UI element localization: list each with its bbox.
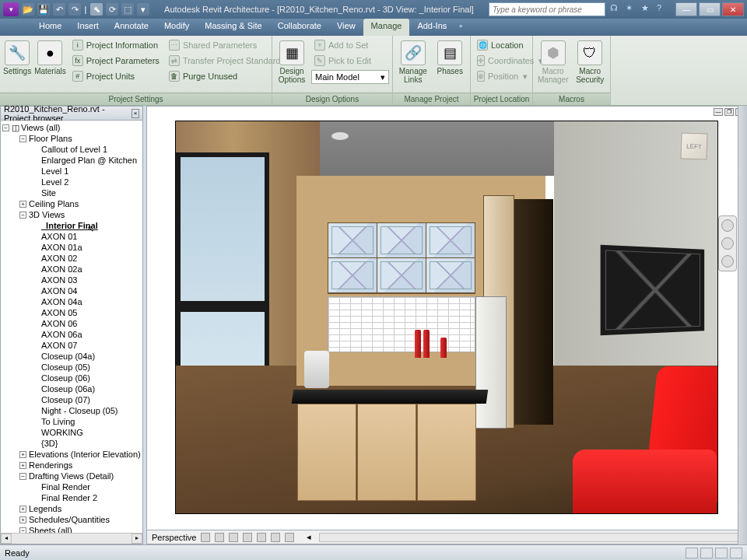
tree-item[interactable]: AXON 02 bbox=[1, 253, 142, 264]
tree-item[interactable]: {3D} bbox=[1, 438, 142, 449]
expand-icon[interactable]: + bbox=[19, 516, 26, 523]
tree-item[interactable]: AXON 03 bbox=[1, 275, 142, 285]
tree-item[interactable]: WORKING bbox=[1, 427, 142, 438]
view-scrolltrack[interactable] bbox=[319, 533, 738, 542]
scroll-left-icon[interactable]: ◂ bbox=[307, 532, 311, 542]
filter-icon[interactable] bbox=[715, 548, 728, 558]
tree-item[interactable]: Callout of Level 1 bbox=[1, 144, 142, 155]
scroll-right-icon[interactable]: ▸ bbox=[132, 534, 142, 544]
tree-item[interactable]: Closeup (04a) bbox=[1, 351, 142, 362]
tree-item[interactable]: Level 2 bbox=[1, 177, 142, 187]
tab-insert[interactable]: Insert bbox=[69, 19, 107, 36]
macro-manager-button[interactable]: ⬢Macro Manager bbox=[536, 37, 570, 90]
position-button[interactable]: ⊕Position▾ bbox=[474, 68, 529, 84]
tree-item[interactable]: Closeup (06) bbox=[1, 373, 142, 383]
tree-item[interactable]: AXON 06a bbox=[1, 329, 142, 340]
tree-3d-views[interactable]: −3D Views bbox=[1, 209, 142, 220]
favorite-icon[interactable]: ★ bbox=[641, 3, 654, 16]
tree-legends[interactable]: +Legends bbox=[1, 503, 142, 514]
model-graphics-icon[interactable] bbox=[201, 533, 210, 542]
undo-icon[interactable]: ↶ bbox=[53, 3, 65, 16]
horizontal-scrollbar[interactable]: ◂▸ bbox=[1, 533, 142, 544]
help-icon[interactable]: ? bbox=[657, 3, 669, 16]
phases-button[interactable]: ▤Phases bbox=[433, 37, 468, 90]
tree-drafting-views[interactable]: −Drafting Views (Detail) bbox=[1, 471, 142, 481]
tree-views[interactable]: −◫Views (all) bbox=[1, 122, 142, 133]
tree-item[interactable]: AXON 05 bbox=[1, 307, 142, 318]
press-drag-icon[interactable] bbox=[730, 548, 742, 558]
expand-icon[interactable]: + bbox=[19, 451, 26, 458]
save-icon[interactable]: 💾 bbox=[37, 3, 50, 16]
tree-floor-plans[interactable]: −Floor Plans bbox=[1, 133, 142, 144]
tree-item[interactable]: AXON 06 bbox=[1, 318, 142, 329]
tree-renderings[interactable]: +Renderings bbox=[1, 460, 142, 471]
tab-view[interactable]: View bbox=[329, 19, 363, 36]
zoom-icon[interactable] bbox=[721, 255, 734, 268]
tree-sheets[interactable]: −Sheets (all) bbox=[1, 525, 142, 533]
location-button[interactable]: 🌐Location bbox=[474, 37, 529, 53]
expand-icon[interactable]: + bbox=[19, 462, 26, 469]
tab-addins[interactable]: Add-Ins bbox=[409, 19, 454, 36]
tree-item[interactable]: AXON 07 bbox=[1, 340, 142, 351]
tree-item[interactable]: AXON 01a bbox=[1, 242, 142, 253]
tree-item[interactable]: Closeup (05) bbox=[1, 362, 142, 373]
tree-schedules[interactable]: +Schedules/Quantities bbox=[1, 514, 142, 525]
3d-icon[interactable]: ⬚ bbox=[121, 3, 134, 16]
tree-ceiling-plans[interactable]: +Ceiling Plans bbox=[1, 198, 142, 209]
editable-only-icon[interactable] bbox=[700, 548, 713, 558]
tree-item[interactable]: Night - Closeup (05) bbox=[1, 405, 142, 416]
settings-button[interactable]: 🔧Settings bbox=[3, 37, 31, 90]
right-sash[interactable] bbox=[738, 106, 747, 544]
tab-massing[interactable]: Massing & Site bbox=[197, 19, 269, 36]
macro-security-button[interactable]: 🛡Macro Security bbox=[573, 37, 608, 90]
main-model-select[interactable]: Main Model▾ bbox=[311, 70, 389, 84]
view-restore-button[interactable]: ❐ bbox=[724, 108, 734, 116]
dropdown-icon[interactable]: ▾ bbox=[137, 3, 149, 16]
tab-annotate[interactable]: Annotate bbox=[107, 19, 156, 36]
viewport-3d[interactable]: — ❐ × bbox=[146, 106, 747, 544]
workset-icon[interactable] bbox=[686, 548, 698, 558]
manage-links-button[interactable]: 🔗Manage Links bbox=[396, 37, 430, 90]
tree-item[interactable]: Closeup (07) bbox=[1, 394, 142, 405]
purge-unused-button[interactable]: 🗑Purge Unused bbox=[166, 68, 288, 84]
tree-item[interactable]: AXON 01 bbox=[1, 231, 142, 242]
shadows-icon[interactable] bbox=[229, 533, 238, 542]
materials-button[interactable]: ●Materials bbox=[34, 37, 66, 90]
app-menu-button[interactable]: ▾ bbox=[3, 2, 19, 16]
minimize-button[interactable]: — bbox=[675, 2, 697, 16]
render-icon[interactable] bbox=[243, 533, 252, 542]
pointer-icon[interactable]: ⬉ bbox=[90, 3, 103, 16]
coordinates-button[interactable]: ✛Coordinates▾ bbox=[474, 53, 529, 68]
expand-icon[interactable]: + bbox=[19, 506, 26, 513]
tree-item[interactable]: Closeup (06a) bbox=[1, 383, 142, 394]
project-information-button[interactable]: iProject Information bbox=[69, 37, 163, 53]
tree-item[interactable]: AXON 02a bbox=[1, 264, 142, 275]
key-icon[interactable]: ✶ bbox=[626, 3, 638, 16]
add-to-set-button[interactable]: +Add to Set bbox=[311, 37, 389, 53]
collapse-icon[interactable]: − bbox=[19, 527, 26, 534]
collapse-icon[interactable]: − bbox=[19, 212, 26, 219]
close-icon[interactable]: × bbox=[132, 109, 139, 118]
expand-icon[interactable]: + bbox=[19, 201, 26, 208]
transfer-standards-button[interactable]: ⇄Transfer Project Standards bbox=[166, 53, 288, 68]
open-icon[interactable]: 📂 bbox=[22, 3, 34, 16]
search-input[interactable] bbox=[489, 2, 605, 16]
tab-collaborate[interactable]: Collaborate bbox=[270, 19, 329, 36]
close-button[interactable]: ✕ bbox=[722, 2, 744, 16]
tree-elevations[interactable]: +Elevations (Interior Elevation) bbox=[1, 449, 142, 460]
sync-icon[interactable]: ⟳ bbox=[106, 3, 118, 16]
view-minimize-button[interactable]: — bbox=[714, 108, 723, 116]
maximize-button[interactable]: ▭ bbox=[699, 2, 721, 16]
tree-item[interactable]: Level 1 bbox=[1, 166, 142, 177]
navigation-bar[interactable] bbox=[718, 215, 737, 271]
sun-icon[interactable] bbox=[215, 533, 224, 542]
tab-manage[interactable]: Manage bbox=[363, 19, 410, 36]
collapse-icon[interactable]: − bbox=[19, 135, 26, 142]
project-units-button[interactable]: #Project Units bbox=[69, 68, 163, 84]
tree-item[interactable]: To Living bbox=[1, 416, 142, 427]
crop-region-icon[interactable] bbox=[271, 533, 280, 542]
tree-item[interactable]: Enlarged Plan @ Kitchen bbox=[1, 155, 142, 166]
tree-item[interactable]: AXON 04a bbox=[1, 296, 142, 307]
tree-interior-final[interactable]: _Interior Final↖ bbox=[1, 220, 142, 231]
tab-modify[interactable]: Modify bbox=[156, 19, 197, 36]
